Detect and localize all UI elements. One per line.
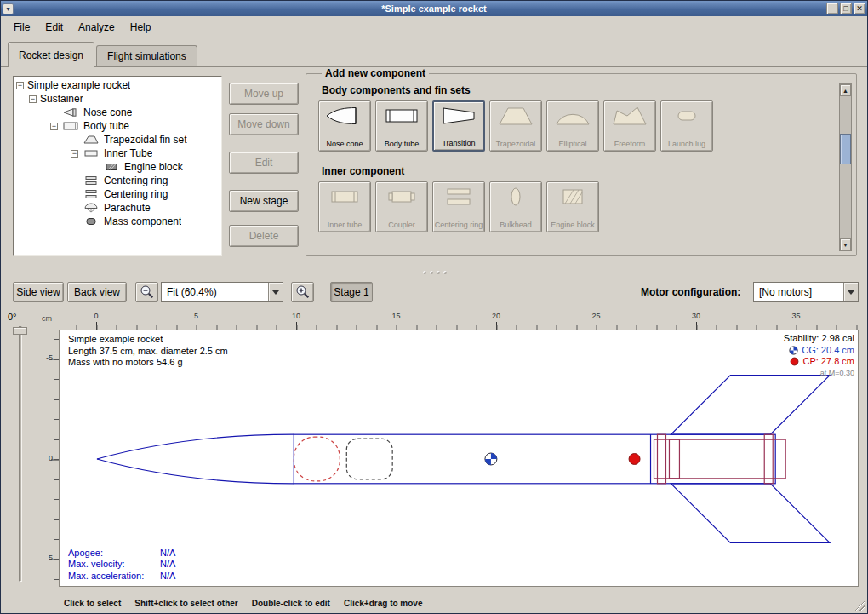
apogee-label: Apogee: <box>68 548 160 559</box>
menu-analyze[interactable]: Analyze <box>71 18 123 37</box>
body-tube-icon <box>61 121 80 131</box>
add-transition-button[interactable]: Transition <box>432 100 485 152</box>
component-tree: Simple example rocket Sustainer Nose con… <box>13 76 222 256</box>
tree-item-trapezoidal-fin-set[interactable]: Trapezoidal fin set <box>14 133 221 146</box>
menu-edit[interactable]: Edit <box>37 18 71 37</box>
centering-ring-icon <box>439 186 478 208</box>
rocket-view-area: 0° cm 0 5 10 15 20 25 30 35 -5 0 5 <box>1 307 868 592</box>
tree-item-sustainer[interactable]: Sustainer <box>14 92 221 106</box>
scrollbar-thumb[interactable] <box>840 134 851 164</box>
add-coupler-button[interactable]: Coupler <box>375 181 428 232</box>
collapse-expander-icon[interactable] <box>29 95 37 103</box>
bulkhead-icon <box>496 186 535 208</box>
panel-splitter[interactable] <box>1 267 868 278</box>
rocket-info: Simple example rocket Length 37.5 cm, ma… <box>68 334 228 369</box>
scroll-down-icon[interactable]: ▼ <box>840 238 851 250</box>
side-view-button[interactable]: Side view <box>13 282 64 302</box>
add-trapezoidal-fin-button[interactable]: Trapezoidal <box>489 100 542 152</box>
add-inner-tube-button[interactable]: Inner tube <box>318 181 371 232</box>
tree-item-nose-cone[interactable]: Nose cone <box>14 106 221 119</box>
mach-condition: at M=0.30 <box>784 368 854 380</box>
tree-item-inner-tube[interactable]: Inner Tube <box>14 146 221 160</box>
tree-item-centering-ring-1[interactable]: Centering ring <box>14 174 221 187</box>
add-nose-cone-button[interactable]: Nose cone <box>318 100 371 152</box>
inner-tube-icon <box>325 186 364 208</box>
collapse-expander-icon[interactable] <box>50 123 58 130</box>
hint-double-click: Double-click to edit <box>252 599 330 608</box>
minimize-button[interactable]: _ <box>826 3 838 14</box>
close-button[interactable]: ✕ <box>854 3 865 14</box>
zoom-in-icon <box>295 284 311 300</box>
zoom-out-icon <box>140 284 155 300</box>
rotation-slider-handle[interactable] <box>13 327 27 335</box>
add-launch-lug-button[interactable]: Launch lug <box>660 100 713 152</box>
nose-cone-icon <box>325 105 364 127</box>
rocket-name: Simple example rocket <box>68 334 228 346</box>
tab-flight-simulations[interactable]: Flight simulations <box>96 45 197 66</box>
tab-rocket-design[interactable]: Rocket design <box>8 42 94 67</box>
tree-item-mass-component[interactable]: Mass component <box>14 215 221 228</box>
new-stage-button[interactable]: New stage <box>229 190 299 212</box>
top-fin <box>671 376 830 435</box>
rotation-angle-label: 0° <box>8 312 17 322</box>
fin-set-icon <box>82 135 100 145</box>
tree-item-parachute[interactable]: Parachute <box>14 201 221 215</box>
trapezoidal-fin-icon <box>496 105 535 127</box>
cp-value: CP: 27.8 cm <box>802 356 854 368</box>
rocket-diagram[interactable] <box>60 330 858 586</box>
add-body-tube-button[interactable]: Body tube <box>375 100 428 152</box>
hint-click-drag: Click+drag to move <box>344 599 423 608</box>
zoom-select[interactable]: Fit (60.4%) <box>161 282 283 302</box>
elliptical-fin-icon <box>553 105 592 127</box>
move-up-button[interactable]: Move up <box>229 83 299 105</box>
nose-cone-icon <box>61 107 80 118</box>
add-freeform-fin-button[interactable]: Freeform <box>603 100 656 152</box>
delete-button[interactable]: Delete <box>229 225 299 247</box>
maximize-button[interactable]: □ <box>840 3 852 14</box>
hint-shift-click: Shift+click to select other <box>134 599 237 608</box>
bottom-fin <box>671 484 830 543</box>
add-centering-ring-button[interactable]: Centering ring <box>432 181 485 232</box>
body-components-row: Nose cone Body tube Transition Trapezoid… <box>318 100 836 152</box>
add-elliptical-fin-button[interactable]: Elliptical <box>546 100 599 152</box>
chevron-down-icon[interactable] <box>843 283 858 301</box>
cp-marker <box>629 454 640 465</box>
add-component-scrollbar[interactable]: ▲ ▼ <box>839 83 852 251</box>
centering-ring-icon <box>82 189 100 199</box>
collapse-expander-icon[interactable] <box>71 150 78 158</box>
add-bulkhead-button[interactable]: Bulkhead <box>489 181 542 232</box>
zoom-in-button[interactable] <box>291 282 314 302</box>
scroll-up-icon[interactable]: ▲ <box>840 84 851 96</box>
rocket-canvas[interactable]: Simple example rocket Length 37.5 cm, ma… <box>59 330 859 587</box>
apogee-value: N/A <box>160 548 175 558</box>
tree-item-body-tube[interactable]: Body tube <box>14 119 221 133</box>
add-component-panel: Add new component Body components and fi… <box>306 67 857 256</box>
add-component-title: Add new component <box>322 67 429 79</box>
collapse-expander-icon[interactable] <box>16 82 24 89</box>
menu-help[interactable]: Help <box>123 18 159 37</box>
menu-file[interactable]: File <box>6 18 37 37</box>
stability-value: Stability: 2.98 cal <box>784 333 854 345</box>
stage-1-toggle[interactable]: Stage 1 <box>330 282 373 302</box>
window-menu-icon[interactable]: ▾ <box>3 3 14 14</box>
rotation-slider[interactable] <box>19 326 22 582</box>
zoom-out-button[interactable] <box>135 282 158 302</box>
tree-item-engine-block[interactable]: Engine block <box>14 160 221 174</box>
add-engine-block-button[interactable]: Engine block <box>546 181 599 232</box>
cp-icon <box>790 357 799 366</box>
move-down-button[interactable]: Move down <box>229 113 299 135</box>
back-view-button[interactable]: Back view <box>67 282 127 302</box>
cg-icon <box>789 346 798 355</box>
max-acceleration-value: N/A <box>160 571 175 581</box>
tree-item-rocket[interactable]: Simple example rocket <box>14 78 221 92</box>
edit-button[interactable]: Edit <box>229 152 299 174</box>
flight-data: Apogee:N/A Max. velocity:N/A Max. accele… <box>68 548 175 582</box>
max-acceleration-label: Max. acceleration: <box>68 571 160 582</box>
parachute-outline <box>294 437 340 481</box>
chevron-down-icon[interactable] <box>268 283 283 301</box>
inner-tube-icon <box>82 148 100 158</box>
tree-item-centering-ring-2[interactable]: Centering ring <box>14 187 221 201</box>
status-bar: Click to select Shift+click to select ot… <box>1 592 868 614</box>
window-title: *Simple example rocket <box>1 3 867 14</box>
motor-configuration-select[interactable]: [No motors] <box>753 282 859 302</box>
